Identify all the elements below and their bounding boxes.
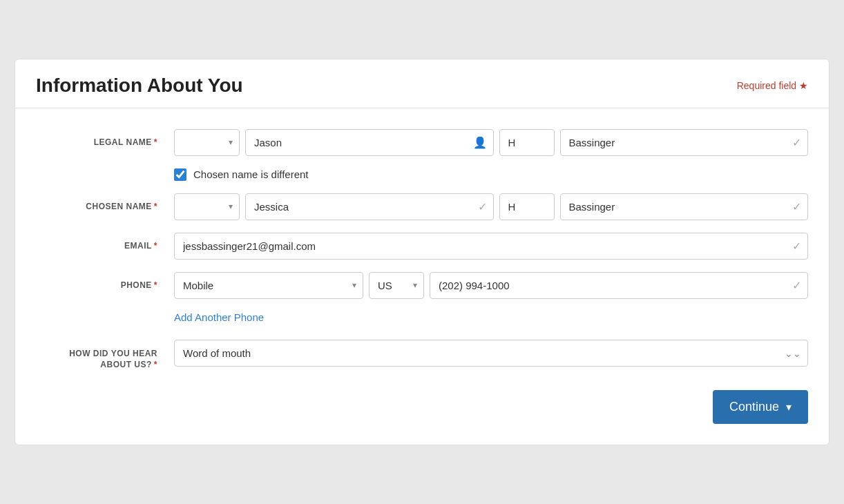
- page-title: Information About You: [36, 75, 243, 97]
- legal-last-wrapper: Bassinger ✓: [560, 129, 809, 156]
- email-input[interactable]: [174, 233, 808, 260]
- phone-country-select[interactable]: US CA UK AU: [369, 272, 424, 299]
- legal-name-fields: Mr. Ms. Mrs. Dr. Mx. ▾ 👤: [174, 129, 808, 156]
- legal-name-required: *: [154, 137, 157, 147]
- chosen-last-wrapper: Bassinger ✓: [560, 193, 809, 220]
- hear-select-wrapper: Word of mouth Internet search Social med…: [174, 340, 808, 367]
- legal-last-select[interactable]: Bassinger: [560, 129, 809, 156]
- chosen-title-wrapper: Mr. Ms. Mrs. Dr. Mx. ▾: [174, 193, 240, 220]
- continue-label: Continue: [729, 400, 779, 414]
- legal-title-wrapper: Mr. Ms. Mrs. Dr. Mx. ▾: [174, 129, 240, 156]
- chosen-name-fields: Mr. Ms. Mrs. Dr. Mx. ▾ ✓: [174, 193, 808, 220]
- legal-name-label: LEGAL NAME*: [36, 137, 174, 147]
- chosen-title-select[interactable]: Mr. Ms. Mrs. Dr. Mx.: [174, 193, 240, 220]
- header-divider: [15, 108, 829, 108]
- phone-fields: Mobile Home Work Other ▾ US CA UK AU: [174, 272, 808, 299]
- add-phone-link[interactable]: Add Another Phone: [174, 311, 264, 323]
- email-label: EMAIL*: [36, 241, 174, 251]
- form-body: LEGAL NAME* Mr. Ms. Mrs. Dr. Mx. ▾: [15, 122, 829, 445]
- phone-number-wrapper: ✓: [430, 272, 808, 299]
- email-row: EMAIL* ✓: [36, 233, 808, 260]
- legal-title-select[interactable]: Mr. Ms. Mrs. Dr. Mx.: [174, 129, 240, 156]
- phone-country-wrapper: US CA UK AU ▾: [369, 272, 424, 299]
- hear-label: HOW DID YOU HEARABOUT US?*: [36, 336, 174, 371]
- add-phone-row: Add Another Phone: [36, 311, 808, 324]
- legal-first-input[interactable]: [245, 129, 494, 156]
- chosen-middle-input[interactable]: [499, 193, 555, 220]
- phone-label: PHONE*: [36, 280, 174, 290]
- phone-number-input[interactable]: [430, 272, 808, 299]
- phone-type-wrapper: Mobile Home Work Other ▾: [174, 272, 363, 299]
- required-note: Required field ★: [737, 80, 808, 91]
- phone-required: *: [154, 280, 157, 290]
- chosen-name-required: *: [154, 202, 157, 211]
- hear-required: *: [154, 360, 157, 369]
- hear-row: HOW DID YOU HEARABOUT US?* Word of mouth…: [36, 336, 808, 371]
- email-check: ✓: [792, 240, 801, 253]
- hear-select[interactable]: Word of mouth Internet search Social med…: [174, 340, 808, 367]
- chosen-name-row: CHOSEN NAME* Mr. Ms. Mrs. Dr. Mx. ▾: [36, 193, 808, 220]
- footer-row: Continue ▾: [36, 390, 808, 424]
- continue-button[interactable]: Continue ▾: [713, 390, 808, 424]
- legal-name-row: LEGAL NAME* Mr. Ms. Mrs. Dr. Mx. ▾: [36, 129, 808, 156]
- email-required: *: [154, 241, 157, 251]
- phone-type-select[interactable]: Mobile Home Work Other: [174, 272, 363, 299]
- chosen-name-checkbox-row: Chosen name is different: [36, 168, 808, 181]
- phone-check: ✓: [792, 279, 801, 292]
- card-header: Information About You Required field ★: [15, 59, 829, 108]
- email-field-wrapper: ✓: [174, 233, 808, 260]
- chosen-name-checkbox-label[interactable]: Chosen name is different: [193, 168, 309, 180]
- chosen-first-wrapper: ✓: [245, 193, 494, 220]
- chosen-name-label: CHOSEN NAME*: [36, 202, 174, 211]
- chosen-name-checkbox[interactable]: [174, 168, 186, 181]
- continue-chevron-icon: ▾: [786, 400, 792, 414]
- legal-middle-input[interactable]: [499, 129, 555, 156]
- chosen-last-select[interactable]: Bassinger: [560, 193, 809, 220]
- legal-first-wrapper: 👤: [245, 129, 494, 156]
- form-card: Information About You Required field ★ L…: [15, 59, 829, 445]
- chosen-first-input[interactable]: [245, 193, 494, 220]
- person-icon: 👤: [473, 136, 487, 149]
- phone-row: PHONE* Mobile Home Work Other ▾ US: [36, 272, 808, 299]
